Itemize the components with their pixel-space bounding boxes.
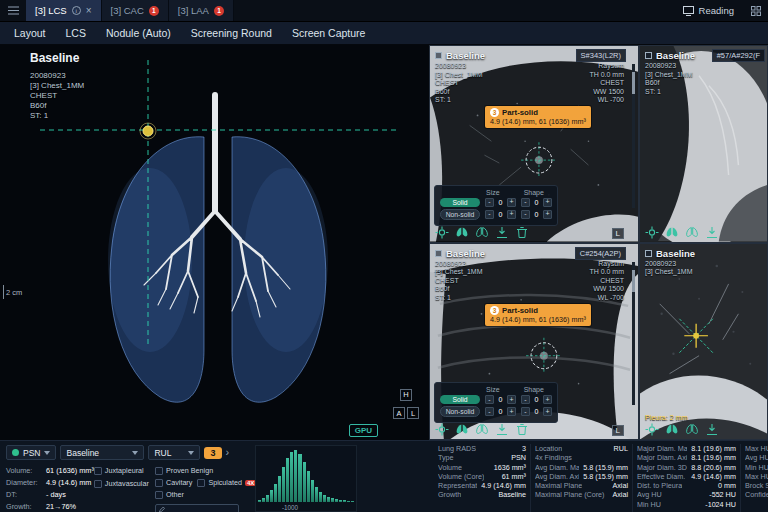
- reading-mode-button[interactable]: Reading: [673, 0, 744, 21]
- capture-tool-icon[interactable]: [705, 226, 719, 239]
- menu-item[interactable]: LCS: [66, 27, 86, 39]
- meta-line: [3] Chest_1MM: [435, 71, 482, 80]
- checkbox-spiculated[interactable]: Spiculated 4X: [197, 478, 256, 487]
- plus-button[interactable]: +: [507, 198, 516, 207]
- histogram-bar: [262, 498, 265, 502]
- timepoint-select[interactable]: Baseline: [60, 445, 144, 460]
- plus-button[interactable]: +: [543, 395, 552, 404]
- table-row: Avg Diam. Axial 5.8 (15.9) mm: [535, 472, 628, 481]
- crosshair-tool-icon[interactable]: [645, 423, 659, 436]
- menu-item[interactable]: Screening Round: [191, 27, 272, 39]
- table-row: Growth Baseline: [438, 490, 526, 499]
- solid-toggle[interactable]: Solid: [440, 198, 480, 207]
- lungs-outline-tool-icon[interactable]: [475, 226, 489, 239]
- menu-item[interactable]: Layout: [14, 27, 46, 39]
- minus-button[interactable]: -: [521, 210, 530, 219]
- nodule-annotation[interactable]: 3 Part-solid 4.9 (14.6) mm, 61 (1636) mm…: [485, 304, 591, 326]
- nodule-measurement: 4.9 (14.6) mm, 61 (1636) mm³: [490, 117, 586, 126]
- minus-button[interactable]: -: [521, 407, 530, 416]
- checkbox-other[interactable]: Other: [155, 490, 255, 499]
- lung-tool-icon[interactable]: [665, 226, 679, 239]
- lungs-outline-tool-icon[interactable]: [685, 423, 699, 436]
- solid-size-stepper: - 0 +: [485, 198, 516, 207]
- view-axial-ct[interactable]: Baseline S#343(L2R) 20080923[3] Chest_1M…: [429, 45, 639, 243]
- app-menu-button[interactable]: [0, 0, 26, 21]
- nodule-annotation[interactable]: 3 Part-solid 4.9 (14.6) mm, 61 (1636) mm…: [485, 106, 591, 128]
- table-row: Avg Diam. Max.Plane 5.8 (15.9) mm: [535, 463, 628, 472]
- grid-icon[interactable]: [744, 0, 768, 21]
- chevron-right-icon[interactable]: ›: [226, 447, 230, 458]
- tab-cac[interactable]: [3] CAC 1: [102, 0, 169, 21]
- row-value: 8.8 (20.6) mm: [691, 463, 736, 472]
- row-value: RUL: [614, 444, 628, 453]
- nodule-type-select[interactable]: PSN: [6, 445, 56, 460]
- plus-button[interactable]: +: [543, 407, 552, 416]
- menu-item[interactable]: Screen Capture: [292, 27, 366, 39]
- lung-tool-icon[interactable]: [455, 226, 469, 239]
- minus-button[interactable]: -: [485, 407, 494, 416]
- scale-tick: [3, 285, 4, 299]
- view-magnified-nodule[interactable]: Baseline 20080923[3] Chest_1MM Pleura: 2…: [639, 243, 768, 441]
- scrollbar-handle[interactable]: [632, 72, 635, 94]
- row-label: Maximal Plane (Core): [535, 490, 605, 499]
- nonsolid-toggle[interactable]: Non-solid: [440, 406, 480, 417]
- delete-tool-icon[interactable]: [515, 423, 529, 436]
- tab-laa[interactable]: [3] LAA 1: [169, 0, 234, 21]
- plus-button[interactable]: +: [507, 210, 516, 219]
- close-icon[interactable]: ×: [86, 6, 92, 16]
- plus-button[interactable]: +: [543, 210, 552, 219]
- capture-tool-icon[interactable]: [705, 423, 719, 436]
- checkbox-proven-benign[interactable]: Proven Benign: [155, 466, 255, 475]
- checkbox-juxtavascular[interactable]: Juxtavascular: [94, 479, 155, 488]
- table-row: Lung RADS 3: [438, 444, 526, 453]
- view-icon: [435, 250, 442, 257]
- view-coronal-ct[interactable]: Baseline C#254(A2P) 20080923[3] Chest_1M…: [429, 243, 639, 441]
- crosshair-tool-icon[interactable]: [645, 226, 659, 239]
- measurement-table: Lung RADS 3 Type PSN Volume 1636 mm³ Vol…: [430, 441, 768, 512]
- minus-button[interactable]: -: [485, 210, 494, 219]
- tab-lcs[interactable]: [3] LCS i ×: [26, 0, 102, 21]
- minus-button[interactable]: -: [521, 395, 530, 404]
- checkbox-cavitary[interactable]: Cavitary: [155, 478, 192, 487]
- solid-toggle[interactable]: Solid: [440, 395, 480, 404]
- location-select[interactable]: RUL: [148, 445, 200, 460]
- capture-tool-icon[interactable]: [495, 423, 509, 436]
- solid-size-stepper: - 0 +: [485, 395, 516, 404]
- lungs-outline-tool-icon[interactable]: [475, 423, 489, 436]
- plus-button[interactable]: +: [507, 395, 516, 404]
- nodule-type-value: PSN: [23, 448, 40, 458]
- minus-button[interactable]: -: [485, 395, 494, 404]
- checkbox-juxtapleural[interactable]: Juxtapleural: [94, 466, 155, 475]
- lung-tool-icon[interactable]: [665, 423, 679, 436]
- hamburger-icon: [8, 6, 19, 15]
- minus-button[interactable]: -: [521, 198, 530, 207]
- view-header: Baseline: [645, 50, 695, 61]
- info-icon[interactable]: i: [72, 6, 81, 15]
- nodule-type-label: Part-solid: [502, 306, 538, 315]
- slice-scrollbar[interactable]: [632, 64, 635, 208]
- view-sagittal-ct[interactable]: Baseline #57/A#292(F 20080923[3] Chest_1…: [639, 45, 768, 243]
- capture-tool-icon[interactable]: [495, 226, 509, 239]
- lung-tool-icon[interactable]: [455, 423, 469, 436]
- crosshair-tool-icon[interactable]: [435, 226, 449, 239]
- plus-button[interactable]: +: [543, 198, 552, 207]
- row-value: PSN: [511, 453, 526, 462]
- memo-input[interactable]: [155, 504, 239, 512]
- nonsolid-toggle[interactable]: Non-solid: [440, 209, 480, 220]
- plus-button[interactable]: +: [507, 407, 516, 416]
- lungs-outline-tool-icon[interactable]: [685, 226, 699, 239]
- memo-text[interactable]: [168, 506, 235, 512]
- chevron-down-icon: [188, 451, 194, 455]
- minus-button[interactable]: -: [485, 198, 494, 207]
- view-3d-volume[interactable]: Baseline 20080923[3] Chest_1MMCHESTB60fS…: [0, 45, 429, 440]
- row-label: Volume (Core): [438, 472, 484, 481]
- stepper-value: 0: [532, 396, 541, 403]
- slice-scrollbar[interactable]: [632, 262, 635, 406]
- row-label: Type: [438, 453, 454, 462]
- scrollbar-handle[interactable]: [632, 270, 635, 292]
- menu-item[interactable]: Nodule (Auto): [106, 27, 171, 39]
- crosshair-tool-icon[interactable]: [435, 423, 449, 436]
- alert-count-badge: 1: [214, 6, 224, 16]
- meta-line: 20080923: [645, 260, 692, 269]
- delete-tool-icon[interactable]: [515, 226, 529, 239]
